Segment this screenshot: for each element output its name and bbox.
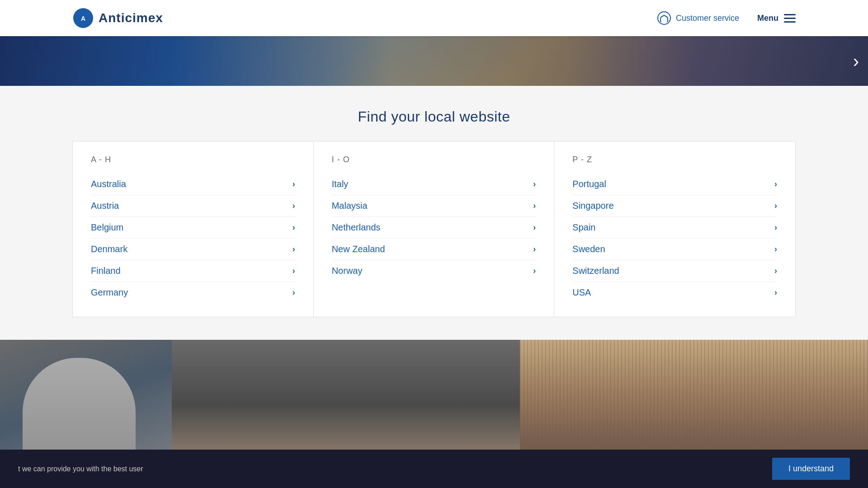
- customer-service-link[interactable]: Customer service: [657, 11, 739, 25]
- country-chevron-new-zealand: ›: [533, 244, 536, 254]
- country-name-spain: Spain: [572, 222, 595, 233]
- country-item-usa[interactable]: USA›: [572, 282, 777, 303]
- country-chevron-spain: ›: [774, 223, 777, 232]
- country-item-sweden[interactable]: Sweden›: [572, 239, 777, 260]
- country-item-austria[interactable]: Austria›: [91, 195, 295, 217]
- country-name-switzerland: Switzerland: [572, 266, 619, 276]
- anticimex-logo-icon: A: [72, 7, 94, 29]
- header: A Anticimex Customer service Menu: [0, 0, 868, 36]
- country-name-denmark: Denmark: [91, 244, 127, 254]
- country-chevron-germany: ›: [292, 288, 295, 297]
- country-chevron-finland: ›: [292, 266, 295, 276]
- country-chevron-switzerland: ›: [774, 266, 777, 276]
- country-item-new-zealand[interactable]: New Zealand›: [332, 239, 536, 260]
- column-header-1: I - O: [332, 155, 536, 164]
- country-chevron-malaysia: ›: [533, 201, 536, 211]
- column-header-0: A - H: [91, 155, 295, 164]
- country-chevron-singapore: ›: [774, 201, 777, 211]
- country-item-australia[interactable]: Australia›: [91, 174, 295, 195]
- logo[interactable]: A Anticimex: [72, 7, 163, 29]
- logo-text: Anticimex: [99, 11, 163, 25]
- country-name-netherlands: Netherlands: [332, 222, 381, 233]
- cookie-text: t we can provide you with the best user: [18, 465, 754, 473]
- hamburger-line-1: [784, 14, 796, 15]
- country-name-australia: Australia: [91, 179, 126, 189]
- country-chevron-italy: ›: [533, 179, 536, 189]
- country-column-1: I - OItaly›Malaysia›Netherlands›New Zeal…: [314, 141, 555, 317]
- country-name-austria: Austria: [91, 201, 119, 211]
- country-name-portugal: Portugal: [572, 179, 606, 189]
- country-item-portugal[interactable]: Portugal›: [572, 174, 777, 195]
- country-item-norway[interactable]: Norway›: [332, 260, 536, 282]
- country-item-netherlands[interactable]: Netherlands›: [332, 217, 536, 239]
- country-name-norway: Norway: [332, 266, 363, 276]
- customer-service-icon: [657, 11, 671, 25]
- country-chevron-usa: ›: [774, 288, 777, 297]
- hamburger-line-2: [784, 18, 796, 19]
- country-chevron-belgium: ›: [292, 223, 295, 232]
- customer-service-label: Customer service: [676, 14, 739, 23]
- country-item-singapore[interactable]: Singapore›: [572, 195, 777, 217]
- country-column-0: A - HAustralia›Austria›Belgium›Denmark›F…: [73, 141, 314, 317]
- country-name-italy: Italy: [332, 179, 349, 189]
- country-item-germany[interactable]: Germany›: [91, 282, 295, 303]
- country-name-belgium: Belgium: [91, 222, 123, 233]
- country-column-2: P - ZPortugal›Singapore›Spain›Sweden›Swi…: [554, 141, 795, 317]
- country-name-malaysia: Malaysia: [332, 201, 368, 211]
- country-chevron-austria: ›: [292, 201, 295, 211]
- hero-chevron-right[interactable]: ›: [853, 51, 859, 71]
- country-item-italy[interactable]: Italy›: [332, 174, 536, 195]
- country-item-switzerland[interactable]: Switzerland›: [572, 260, 777, 282]
- country-chevron-norway: ›: [533, 266, 536, 276]
- main-content: Find your local website A - HAustralia›A…: [0, 86, 868, 340]
- country-name-new-zealand: New Zealand: [332, 244, 385, 254]
- country-name-finland: Finland: [91, 266, 121, 276]
- country-item-belgium[interactable]: Belgium›: [91, 217, 295, 239]
- country-name-sweden: Sweden: [572, 244, 605, 254]
- country-name-usa: USA: [572, 287, 591, 298]
- country-item-denmark[interactable]: Denmark›: [91, 239, 295, 260]
- country-chevron-netherlands: ›: [533, 223, 536, 232]
- column-header-2: P - Z: [572, 155, 777, 164]
- country-name-singapore: Singapore: [572, 201, 613, 211]
- hero-bar: ›: [0, 36, 868, 86]
- country-chevron-australia: ›: [292, 179, 295, 189]
- section-title: Find your local website: [72, 108, 796, 125]
- country-name-germany: Germany: [91, 287, 128, 298]
- header-right: Customer service Menu: [657, 11, 796, 25]
- country-item-finland[interactable]: Finland›: [91, 260, 295, 282]
- country-item-spain[interactable]: Spain›: [572, 217, 777, 239]
- country-chevron-denmark: ›: [292, 244, 295, 254]
- svg-point-2: [658, 12, 670, 24]
- country-item-malaysia[interactable]: Malaysia›: [332, 195, 536, 217]
- country-chevron-sweden: ›: [774, 244, 777, 254]
- hamburger-line-3: [784, 21, 796, 23]
- menu-button[interactable]: Menu: [757, 14, 796, 23]
- hamburger-icon: [784, 14, 796, 23]
- svg-text:A: A: [81, 15, 85, 22]
- country-chevron-portugal: ›: [774, 179, 777, 189]
- cookie-understand-button[interactable]: I understand: [772, 458, 850, 480]
- country-grid: A - HAustralia›Austria›Belgium›Denmark›F…: [72, 141, 796, 317]
- menu-label: Menu: [757, 14, 778, 23]
- cookie-bar: t we can provide you with the best user …: [0, 450, 868, 488]
